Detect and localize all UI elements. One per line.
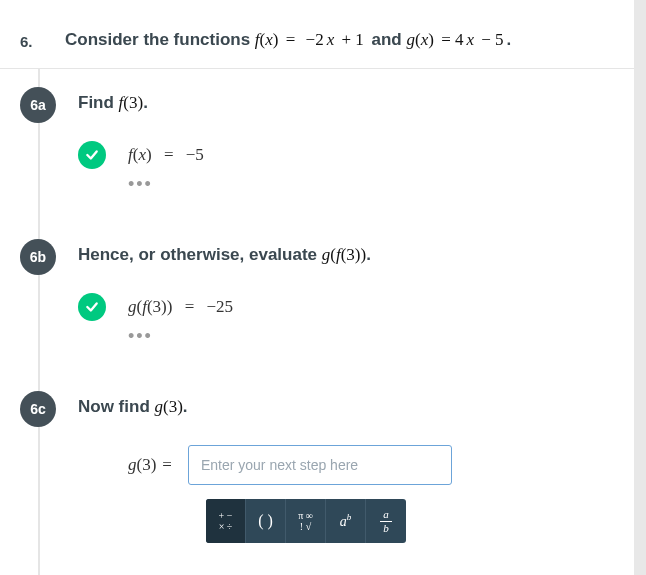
tool-fraction[interactable]: a b [366,499,406,543]
paren-icon: ( ) [258,512,273,530]
more-icon[interactable]: ••• [128,175,626,221]
step-input[interactable] [188,445,452,485]
operators-icon: + −× ÷ [219,510,233,532]
prompt-6c: Now find g(3). [78,397,626,417]
prompt-lead: Consider the functions [65,30,255,49]
fraction-icon: a b [380,508,392,533]
input-prefix: g(3)= [128,455,178,475]
prompt-6a-before: Find [78,93,119,112]
prompt-tail: . [507,30,512,49]
badge-6b[interactable]: 6b [20,239,56,275]
exponent-icon: ab [340,512,352,530]
math-toolbar: + −× ÷ ( ) π ∞! √ ab a b [206,499,406,543]
answer-6a: f(x) = −5 [128,145,204,165]
check-icon [78,293,106,321]
answer-row-6b: g(f(3)) = −25 [78,293,626,321]
function-f: f(x) = −2x + 1 [255,30,367,49]
function-g: g(x) = 4x − 5 [406,30,506,49]
subpart-6c: 6c Now find g(3). g(3)= + −× ÷ ( ) [0,373,646,575]
prompt-6b-after: . [366,245,371,264]
subpart-6b: 6b Hence, or otherwise, evaluate g(f(3))… [0,221,646,373]
answer-6b-lhs: g(f(3)) [128,297,172,316]
more-icon[interactable]: ••• [128,327,626,373]
prompt-6a: Find f(3). [78,93,626,113]
answer-6b-rhs: −25 [206,297,233,316]
answer-row-6a: f(x) = −5 [78,141,626,169]
input-row-6c: g(3)= [128,445,626,485]
tool-operators[interactable]: + −× ÷ [206,499,246,543]
check-icon [78,141,106,169]
answer-6a-lhs: f(x) [128,145,152,164]
prompt-6c-math: g(3) [154,397,182,416]
question-header: 6. Consider the functions f(x) = −2x + 1… [0,0,646,69]
prompt-6c-after: . [183,397,188,416]
prompt-6b-before: Hence, or otherwise, evaluate [78,245,322,264]
prompt-6a-after: . [143,93,148,112]
prompt-6b-math: g(f(3)) [322,245,366,264]
prompt-joiner: and [372,30,407,49]
subpart-6a: 6a Find f(3). f(x) = −5 ••• [0,69,646,221]
badge-6a[interactable]: 6a [20,87,56,123]
question-number: 6. [20,30,65,50]
question-text: Consider the functions f(x) = −2x + 1 an… [65,30,511,50]
tool-exponent[interactable]: ab [326,499,366,543]
answer-6a-rhs: −5 [186,145,204,164]
radicals-icon: π ∞! √ [298,510,313,532]
badge-6c[interactable]: 6c [20,391,56,427]
tool-radicals[interactable]: π ∞! √ [286,499,326,543]
prompt-6c-before: Now find [78,397,154,416]
tool-parentheses[interactable]: ( ) [246,499,286,543]
answer-6b: g(f(3)) = −25 [128,297,233,317]
prompt-6b: Hence, or otherwise, evaluate g(f(3)). [78,245,626,265]
prompt-6a-math: f(3) [119,93,144,112]
